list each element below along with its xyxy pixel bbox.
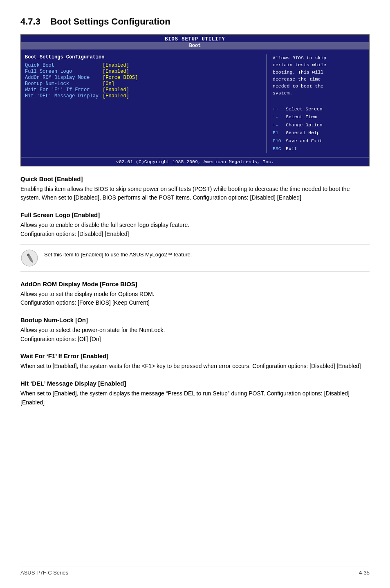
section-heading: Hit ‘DEL’ Message Display [Enabled] (20, 380, 370, 387)
section-heading: Quick Boot [Enabled] (20, 175, 370, 182)
section-body: Allows you to set the display mode for O… (20, 290, 370, 307)
bios-hint-row: +-Change Option (273, 121, 365, 129)
section-body: When set to [Enabled], the system displa… (20, 389, 370, 407)
hint-key: ←→ (273, 105, 284, 113)
section-body: Enabling this item allows the BIOS to sk… (20, 185, 370, 202)
hint-desc: Select Item (286, 113, 317, 121)
bios-item-label: Full Screen Logo (25, 69, 99, 74)
bios-tab-label: Boot (21, 42, 369, 49)
note-box: Set this item to [Enabled] to use the AS… (20, 245, 370, 272)
section-body: When set to [Enabled], the system waits … (20, 362, 370, 371)
bios-item-label: Wait For 'F1' If Error (25, 87, 99, 93)
section-heading: Wait For ‘F1’ If Error [Enabled] (20, 352, 370, 359)
hint-key: ESC (273, 145, 284, 153)
footer-right: 4-35 (359, 570, 370, 576)
hint-key: F10 (273, 137, 284, 145)
bios-item-label: Bootup Num-Lock (25, 81, 99, 87)
bios-hint-row: ←→Select Screen (273, 105, 365, 113)
bios-item-value: [Enabled] (103, 63, 138, 68)
hint-desc: General Help (286, 129, 320, 137)
bios-item-value: [Force BIOS] (103, 75, 138, 81)
bios-hint-row: F1General Help (273, 129, 365, 137)
bios-box: BIOS SETUP UTILITY Boot Boot Settings Co… (20, 34, 370, 166)
bios-section-title: Boot Settings Configuration (25, 54, 262, 60)
bios-hints: Allows BIOS to skip certain tests while … (267, 54, 365, 153)
bios-item-label: Hit 'DEL' Message Display (25, 93, 99, 99)
bios-hint-row: F10Save and Exit (273, 137, 365, 145)
bios-item-value: [Enabled] (103, 87, 138, 93)
bios-hint-row: ESCExit (273, 145, 365, 153)
bios-footer: v02.61 (C)Copyright 1985-2009, American … (21, 157, 369, 166)
section-heading: AddOn ROM Display Mode [Force BIOS] (20, 281, 370, 287)
bios-item-value: [Enabled] (103, 93, 138, 99)
hint-key: +- (273, 121, 284, 129)
hint-key: ↑↓ (273, 113, 284, 121)
note-text: Set this item to [Enabled] to use the AS… (44, 249, 192, 259)
section-heading: Bootup Num-Lock [On] (20, 316, 370, 323)
bios-utility-label: BIOS SETUP UTILITY (21, 35, 369, 42)
bios-hint-top: Allows BIOS to skip certain tests while … (273, 54, 365, 97)
hint-desc: Change Option (286, 121, 323, 129)
bios-hint-row: ↑↓Select Item (273, 113, 365, 121)
bios-item-label: AddOn ROM Display Mode (25, 75, 99, 81)
hint-desc: Select Screen (286, 105, 323, 113)
footer-left: ASUS P7F-C Series (20, 570, 68, 576)
bios-item-labels: Quick BootFull Screen LogoAddOn ROM Disp… (25, 63, 99, 99)
bios-hint-bottom: ←→Select Screen↑↓Select Item+-Change Opt… (273, 105, 365, 153)
note-icon (20, 249, 38, 267)
section-heading: Full Screen Logo [Enabled] (20, 211, 370, 218)
bios-item-value: [On] (103, 81, 138, 87)
page-title: 4.7.3 Boot Settings Configuration (20, 16, 370, 27)
section-body: Allows you to select the power-on state … (20, 326, 370, 343)
bios-item-label: Quick Boot (25, 63, 99, 68)
bios-item-value: [Enabled] (103, 69, 138, 74)
hint-desc: Exit (286, 145, 297, 153)
section-body: Allows you to enable or disable the full… (20, 221, 370, 238)
page-footer: ASUS P7F-C Series 4-35 (20, 566, 370, 576)
bios-item-values: [Enabled][Enabled][Force BIOS][On][Enabl… (99, 63, 138, 99)
hint-key: F1 (273, 129, 284, 137)
hint-desc: Save and Exit (286, 137, 323, 145)
